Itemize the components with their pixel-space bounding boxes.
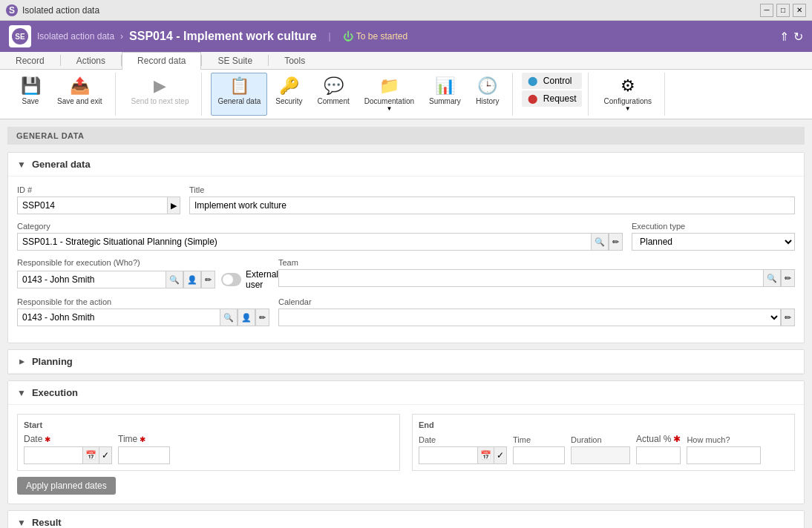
end-date-input[interactable] (419, 446, 478, 464)
form-row-category: Category 🔍 ✏ Execution type Planned (17, 222, 795, 251)
end-date-label: Date (419, 435, 507, 444)
duration-field: Duration (571, 435, 630, 464)
start-date-label: Date ✱ (24, 434, 112, 444)
calendar-input-wrapper: ✏ (278, 308, 795, 326)
result-section: ▼ Result Result (7, 510, 805, 528)
start-date-calendar-button[interactable]: 📅 (83, 446, 99, 464)
save-exit-button[interactable]: 📤 Save and exit (50, 73, 109, 109)
result-header[interactable]: ▼ Result (8, 511, 804, 528)
ribbon-group-save: 💾 Save 📤 Save and exit (6, 73, 116, 116)
general-data-header[interactable]: ▼ General data (8, 153, 804, 176)
tab-record-data[interactable]: Record data (122, 52, 201, 70)
control-button[interactable]: ⬤ Control (522, 73, 582, 89)
status-text: To be started (356, 31, 407, 42)
title-input[interactable] (189, 197, 795, 214)
field-responsible-exec: Responsible for execution (Who?) 🔍 👤 ✏ (17, 258, 269, 290)
configurations-label: Configurations (604, 97, 652, 105)
security-button[interactable]: 🔑 Security (269, 73, 309, 116)
category-input[interactable] (17, 233, 591, 251)
id-browse-button[interactable]: ▶ (167, 197, 180, 214)
end-group: End Date 📅 ✓ Time (412, 414, 795, 471)
close-button[interactable]: ✕ (793, 4, 806, 17)
planning-title: Planning (32, 356, 73, 367)
category-edit-button[interactable]: ✏ (609, 233, 623, 251)
duration-label: Duration (571, 435, 630, 444)
actual-pct-field: Actual % ✱ (636, 434, 681, 464)
end-date-check-button[interactable]: ✓ (494, 446, 507, 464)
planning-section: ▼ Planning (7, 349, 805, 374)
team-edit-button[interactable]: ✏ (781, 269, 795, 287)
field-responsible-action: Responsible for the action 🔍 👤 ✏ (17, 297, 269, 326)
documentation-button[interactable]: 📁 Documentation ▼ (358, 73, 421, 116)
external-user-toggle-wrapper: External user (221, 269, 285, 290)
calendar-select[interactable] (278, 308, 781, 326)
section-header: GENERAL DATA (7, 127, 805, 145)
start-date-check-button[interactable]: ✓ (99, 446, 112, 464)
team-input[interactable] (278, 269, 763, 287)
end-time-input[interactable] (513, 446, 565, 464)
general-data-body: ID # ▶ Title Category 🔍 (8, 176, 804, 343)
header-pipe: | (329, 31, 331, 42)
start-date-input[interactable] (24, 446, 83, 464)
responsible-exec-row: 🔍 👤 ✏ External user (17, 269, 269, 290)
actual-pct-input[interactable] (636, 446, 681, 464)
id-input[interactable] (17, 197, 167, 214)
tab-tools[interactable]: Tools (269, 52, 321, 69)
title-bar-text: Isolated action data (22, 5, 760, 16)
execution-header[interactable]: ▼ Execution (8, 381, 804, 405)
request-button[interactable]: ⬤ Request (522, 90, 582, 107)
responsible-exec-input-wrapper: 🔍 👤 ✏ (17, 271, 215, 288)
title-bar-controls: ─ □ ✕ (760, 4, 806, 17)
id-input-wrapper: ▶ (17, 197, 180, 214)
execution-type-select[interactable]: Planned (632, 233, 795, 251)
minimize-button[interactable]: ─ (760, 4, 773, 17)
configurations-button[interactable]: ⚙ Configurations ▼ (597, 73, 658, 116)
responsible-action-edit-button[interactable]: ✏ (255, 308, 269, 326)
comment-label: Comment (317, 97, 349, 105)
scroll-top-button[interactable]: ⇑ (779, 30, 789, 44)
planning-arrow: ▼ (16, 357, 27, 366)
save-button[interactable]: 💾 Save (12, 73, 49, 109)
duration-input (571, 446, 630, 464)
responsible-action-person-button[interactable]: 👤 (238, 308, 255, 326)
ribbon-group-se-suite: ⬤ Control ⬤ Request (516, 73, 589, 116)
execution-arrow: ▼ (17, 388, 26, 398)
start-time-input[interactable] (118, 446, 170, 464)
end-time-label: Time (513, 435, 565, 444)
planning-header[interactable]: ▼ Planning (8, 350, 804, 374)
maximize-button[interactable]: □ (776, 4, 790, 17)
ribbon-se-items: ⬤ Control ⬤ Request (522, 73, 582, 107)
app-icon-letter: S (9, 5, 15, 16)
actual-pct-req-marker: ✱ (673, 434, 681, 444)
history-button[interactable]: 🕒 History (469, 73, 506, 116)
team-search-button[interactable]: 🔍 (763, 269, 781, 287)
external-user-toggle[interactable] (221, 273, 241, 286)
send-next-button[interactable]: ▶ Send to next step (125, 73, 196, 109)
main-content: GENERAL DATA ▼ General data ID # ▶ Title (0, 119, 812, 528)
responsible-action-input[interactable] (17, 308, 220, 326)
apply-planned-dates-button[interactable]: Apply planned dates (17, 477, 116, 495)
category-search-button[interactable]: 🔍 (591, 233, 609, 251)
refresh-button[interactable]: ↻ (793, 30, 803, 44)
how-much-input[interactable] (687, 446, 761, 464)
tab-se-suite[interactable]: SE Suite (202, 52, 268, 69)
summary-button[interactable]: 📊 Summary (422, 73, 468, 116)
general-data-button[interactable]: 📋 General data (211, 73, 267, 116)
responsible-exec-input[interactable] (17, 271, 166, 288)
field-calendar: Calendar ✏ (278, 297, 795, 326)
save-icon: 💾 (21, 76, 41, 96)
category-label: Category (17, 222, 623, 231)
end-date-calendar-button[interactable]: 📅 (478, 446, 494, 464)
responsible-exec-edit-button[interactable]: ✏ (201, 271, 215, 288)
tab-actions[interactable]: Actions (61, 52, 121, 69)
start-time-field: Time ✱ (118, 434, 170, 464)
responsible-exec-search-button[interactable]: 🔍 (166, 271, 183, 288)
field-team: Team 🔍 ✏ (278, 258, 795, 290)
tab-record[interactable]: Record (0, 52, 60, 69)
comment-button[interactable]: 💬 Comment (310, 73, 356, 116)
calendar-edit-button[interactable]: ✏ (781, 308, 795, 326)
responsible-exec-person-button[interactable]: 👤 (183, 271, 201, 288)
execution-inner: Start Date ✱ 📅 ✓ (17, 414, 795, 471)
responsible-action-search-button[interactable]: 🔍 (220, 308, 238, 326)
general-data-arrow: ▼ (17, 159, 26, 170)
